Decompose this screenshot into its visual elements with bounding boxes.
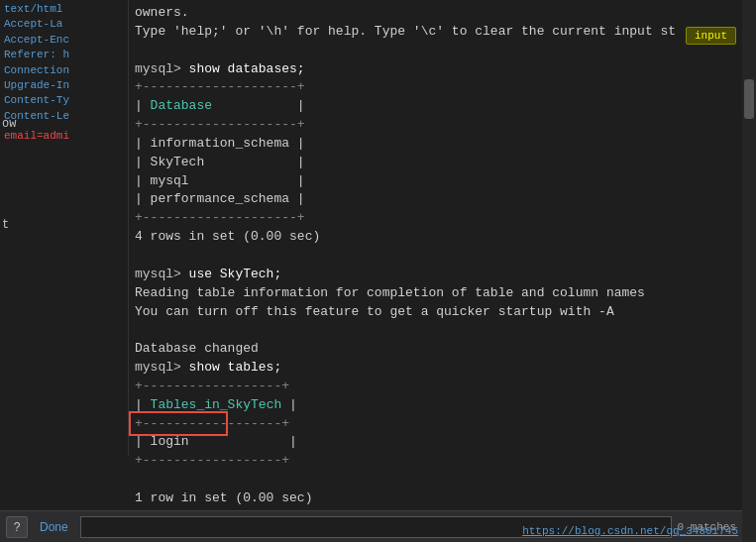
show-databases-cmd: mysql> show databases; (135, 60, 750, 79)
header-line-7: Content-Ty (4, 93, 124, 108)
table-border-mid: +--------------------+ (135, 116, 750, 135)
rows-count: 4 rows in set (0.00 sec) (135, 228, 750, 247)
turn-off-feature: You can turn off this feature to get a q… (135, 303, 750, 322)
reading-table-info: Reading table information for completion… (135, 284, 750, 303)
done-button[interactable]: Done (34, 518, 74, 536)
scrollbar-thumb[interactable] (744, 79, 754, 119)
tables-border-top: +------------------+ (135, 378, 750, 396)
tables-border-bot: +------------------+ (135, 452, 750, 471)
blank-4 (135, 471, 750, 489)
terminal-window: text/html Accept-La Accept-Enc Referer: … (0, 0, 756, 542)
email-line: email=admi (4, 130, 124, 142)
owners-line: owners. (135, 4, 750, 23)
t-label: t (2, 218, 9, 232)
use-skytech-cmd: mysql> use SkyTech; (135, 266, 750, 284)
tables-border-mid: +------------------+ (135, 415, 750, 434)
database-changed: Database changed (135, 340, 750, 359)
header-line-4: Referer: h (4, 48, 124, 62)
blank-2 (135, 247, 750, 266)
show-tables-cmd: mysql> show tables; (135, 359, 750, 378)
header-line-3: Accept-Enc (4, 33, 124, 48)
header-line-1: text/html (4, 2, 124, 17)
status-url[interactable]: https://blog.csdn.net/qq_34801745 (522, 525, 738, 537)
db-mysql: | mysql | (135, 172, 750, 191)
help-line: Type 'help;' or '\h' for help. Type '\c'… (135, 23, 750, 42)
header-line-6: Upgrade-In (4, 78, 124, 93)
input-badge: input (686, 27, 736, 45)
ow-label: ow (2, 117, 16, 131)
main-terminal: owners. Type 'help;' or '\h' for help. T… (129, 0, 756, 505)
header-line-5: Connection (4, 63, 124, 78)
db-perf-schema: | performance_schema | (135, 190, 750, 209)
db-info-schema: | information_schema | (135, 135, 750, 154)
header-line-8: Content-Le (4, 109, 124, 124)
tables-header: | Tables_in_SkyTech | (135, 396, 750, 415)
scrollbar[interactable] (742, 0, 756, 542)
header-line-2: Accept-La (4, 17, 124, 32)
status-bar: https://blog.csdn.net/qq_34801745 (522, 523, 738, 538)
left-panel: text/html Accept-La Accept-Enc Referer: … (0, 0, 129, 456)
table-header: | Database | (135, 97, 750, 116)
table-border-top: +--------------------+ (135, 78, 750, 97)
blank-3 (135, 321, 750, 340)
blank-1 (135, 42, 750, 60)
table-border-bot: +--------------------+ (135, 209, 750, 228)
question-button[interactable]: ? (6, 516, 28, 538)
db-skytech: | SkyTech | (135, 154, 750, 172)
login-row: | login | (135, 433, 750, 452)
one-row-count: 1 row in set (0.00 sec) (135, 489, 750, 505)
